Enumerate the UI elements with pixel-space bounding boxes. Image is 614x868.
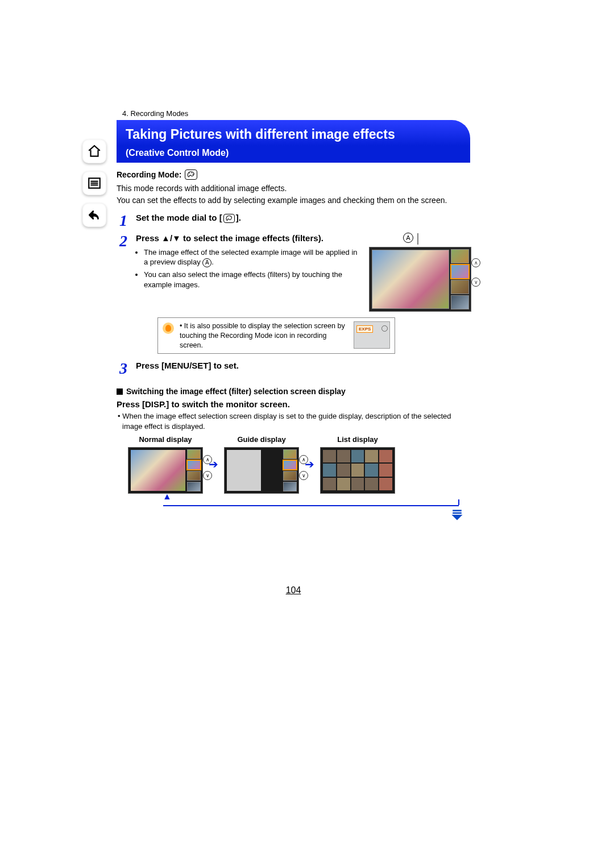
intro-line-2: You can set the effects to add by select…	[117, 195, 470, 206]
preview-display	[369, 247, 471, 312]
step-number-2: 2	[117, 232, 130, 249]
step-2-title: Press ▲/▼ to select the image effects (f…	[136, 232, 359, 244]
home-button[interactable]	[82, 139, 106, 163]
display-modes: Normal display ∧∨ ➔ Guide display	[128, 435, 470, 494]
list-display-label: List display	[337, 435, 378, 444]
manual-page: 4. Recording Modes Taking Pictures with …	[0, 0, 614, 868]
tip-box: • It is also possible to display the sel…	[157, 317, 395, 354]
sidebar-nav	[82, 139, 112, 227]
step-number-3: 3	[117, 359, 130, 377]
preview-figure: A	[369, 232, 470, 312]
back-icon	[87, 208, 102, 222]
steps: 1 Set the mode dial to []. 2 Press ▲/▼ t…	[117, 212, 470, 377]
subtitle: (Creative Control Mode)	[117, 146, 470, 163]
step-3-title: Press [MENU/SET] to set.	[136, 359, 470, 371]
contents-button[interactable]	[82, 171, 106, 195]
step-number-1: 1	[117, 212, 130, 229]
up-indicator-icon: ∧	[471, 258, 480, 267]
recording-mode-label: Recording Mode:	[117, 170, 181, 179]
back-button[interactable]	[82, 203, 106, 227]
continue-indicator	[117, 509, 470, 523]
palette-icon	[185, 170, 197, 180]
knob-icon	[381, 325, 388, 332]
svg-rect-9	[453, 512, 462, 514]
cycle-indicator: ▲	[163, 495, 459, 506]
tip-mini-screen: EXPS	[354, 321, 390, 349]
callout-a-label: A	[403, 233, 413, 243]
breadcrumb: 4. Recording Modes	[117, 108, 470, 120]
svg-point-6	[193, 174, 194, 175]
scroll-indicators: ∧ ∨	[471, 258, 480, 287]
normal-display-label: Normal display	[139, 435, 192, 444]
switching-heading: Switching the image effect (filter) sele…	[117, 387, 470, 396]
exps-badge: EXPS	[356, 325, 373, 333]
svg-rect-8	[453, 510, 462, 511]
svg-point-5	[192, 172, 193, 173]
step-2-bullet-1: The image effect of the selected example…	[144, 247, 359, 267]
down-indicator-icon: ∨	[471, 278, 480, 287]
guide-display-label: Guide display	[237, 435, 285, 444]
scroll-indicators: ∧∨	[203, 455, 212, 480]
title-bar: Taking Pictures with different image eff…	[117, 120, 470, 146]
page-content: 4. Recording Modes Taking Pictures with …	[117, 108, 470, 596]
svg-point-4	[189, 173, 190, 174]
continue-down-icon	[450, 509, 464, 521]
intro-section: Recording Mode: This mode records with a…	[117, 163, 470, 206]
page-number[interactable]: 104	[117, 585, 470, 596]
intro-line-1: This mode records with additional image …	[117, 183, 470, 194]
palette-icon-inline	[223, 214, 235, 223]
touch-hint-icon	[163, 323, 174, 334]
scroll-indicators: ∧∨	[299, 455, 308, 480]
guide-display-figure	[224, 447, 299, 494]
list-display-figure	[320, 447, 395, 494]
normal-display-figure	[128, 447, 203, 494]
square-bullet-icon	[117, 388, 123, 395]
step-1-title: Set the mode dial to [].	[136, 212, 470, 224]
page-title: Taking Pictures with different image eff…	[126, 127, 460, 142]
disp-heading: Press [DISP.] to switch the monitor scre…	[117, 399, 470, 409]
home-icon	[87, 144, 102, 159]
disp-note: • When the image effect selection screen…	[117, 411, 470, 431]
arrow-up-icon: ▲	[163, 491, 172, 502]
callout-a-inline: A	[202, 258, 211, 267]
list-icon	[87, 176, 102, 191]
step-2-bullet-2: You can also select the image effects (f…	[144, 270, 359, 290]
tip-text: • It is also possible to display the sel…	[180, 321, 348, 350]
